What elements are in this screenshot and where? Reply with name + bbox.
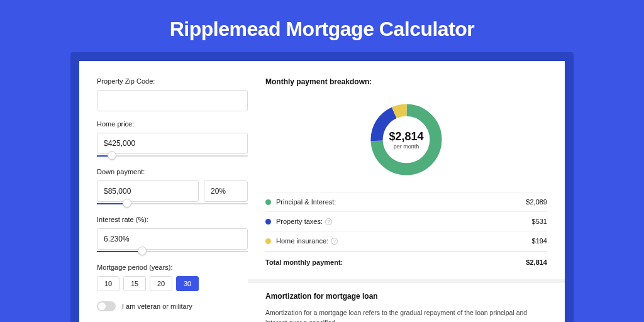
help-icon[interactable]: ? <box>331 238 338 245</box>
breakdown-total-label: Total monthly payment: <box>265 258 343 266</box>
zip-label: Property Zip Code: <box>97 77 248 85</box>
interest-field-group: Interest rate (%): <box>97 216 248 255</box>
period-buttons: 10 15 20 30 <box>97 276 248 291</box>
breakdown-title: Monthly payment breakdown: <box>265 77 547 86</box>
period-btn-20[interactable]: 20 <box>150 276 172 291</box>
period-label: Mortgage period (years): <box>97 264 248 271</box>
slider-thumb[interactable] <box>108 151 116 160</box>
breakdown-row-principal: Principal & Interest: $2,089 <box>265 192 547 211</box>
period-btn-10[interactable]: 10 <box>97 276 119 291</box>
calculator-card: Property Zip Code: Home price: Down paym… <box>79 61 565 322</box>
interest-input[interactable] <box>97 228 248 250</box>
page-title: Ripplemead Mortgage Calculator <box>0 18 644 41</box>
down-payment-label: Down payment: <box>97 168 248 175</box>
calculator-card-outer: Property Zip Code: Home price: Down paym… <box>70 52 574 322</box>
zip-input[interactable] <box>97 90 248 111</box>
breakdown-label: Property taxes: <box>276 218 323 225</box>
slider-thumb[interactable] <box>138 247 147 255</box>
home-price-field-group: Home price: <box>97 120 248 159</box>
amortization-section: Amortization for mortgage loan Amortizat… <box>248 279 565 322</box>
interest-label: Interest rate (%): <box>97 216 248 223</box>
veteran-toggle-row: I am veteran or military <box>97 301 248 311</box>
inputs-panel: Property Zip Code: Home price: Down paym… <box>97 77 248 322</box>
zip-field-group: Property Zip Code: <box>97 77 248 111</box>
breakdown-total-value: $2,814 <box>526 258 547 266</box>
breakdown-value: $2,089 <box>526 198 547 206</box>
down-payment-pct-input[interactable] <box>204 180 248 202</box>
breakdown-row-total: Total monthly payment: $2,814 <box>265 252 547 272</box>
amortization-title: Amortization for mortgage loan <box>265 292 547 301</box>
home-price-slider[interactable] <box>97 153 248 159</box>
down-payment-input[interactable] <box>97 180 199 202</box>
amortization-body: Amortization for a mortgage loan refers … <box>265 308 547 322</box>
period-btn-30[interactable]: 30 <box>176 276 199 291</box>
breakdown-label: Principal & Interest: <box>276 198 336 206</box>
slider-thumb[interactable] <box>123 199 131 208</box>
slider-track <box>97 155 248 157</box>
donut-center-sub: per month <box>389 143 423 150</box>
donut-chart-area: $2,814 per month <box>265 94 547 186</box>
breakdown-value: $194 <box>532 237 547 245</box>
breakdown-label: Home insurance: <box>276 237 328 245</box>
veteran-toggle[interactable] <box>97 301 116 311</box>
down-payment-slider[interactable] <box>97 201 248 207</box>
page-header: Ripplemead Mortgage Calculator <box>0 0 644 52</box>
dot-icon <box>265 238 271 244</box>
breakdown-row-insurance: Home insurance: ? $194 <box>265 231 547 250</box>
donut-center: $2,814 per month <box>389 130 423 150</box>
slider-fill <box>97 251 142 252</box>
home-price-label: Home price: <box>97 120 248 128</box>
breakdown-value: $531 <box>532 218 547 225</box>
home-price-input[interactable] <box>97 133 248 154</box>
veteran-label: I am veteran or military <box>122 303 192 310</box>
interest-slider[interactable] <box>97 248 248 255</box>
breakdown-panel: Monthly payment breakdown: $2,814 per mo… <box>265 77 547 322</box>
help-icon[interactable]: ? <box>325 218 332 225</box>
down-payment-field-group: Down payment: <box>97 168 248 207</box>
period-field-group: Mortgage period (years): 10 15 20 30 <box>97 264 248 291</box>
donut-center-amount: $2,814 <box>389 130 423 143</box>
dot-icon <box>265 219 271 225</box>
breakdown-row-taxes: Property taxes: ? $531 <box>265 211 547 231</box>
dot-icon <box>265 199 271 205</box>
period-btn-15[interactable]: 15 <box>123 276 146 291</box>
